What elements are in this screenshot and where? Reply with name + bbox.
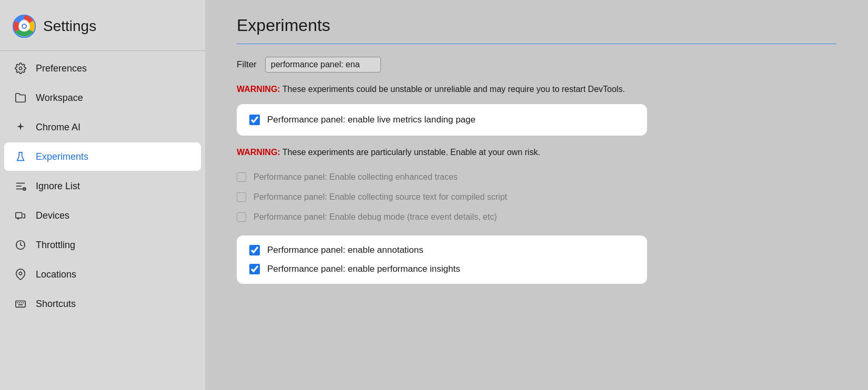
experiment-row-perf-insights: Performance panel: enable performance in… <box>249 264 634 274</box>
throttle-icon <box>14 238 27 252</box>
location-icon <box>14 268 27 281</box>
sidebar-item-workspace-label: Workspace <box>36 93 83 104</box>
keyboard-icon <box>14 297 27 311</box>
unstable-item-source-text: Performance panel: Enable collecting sou… <box>237 187 836 207</box>
perf-insights-checkbox[interactable] <box>249 264 260 274</box>
sidebar-header: Settings <box>0 0 205 50</box>
sidebar-item-ignore-list-label: Ignore List <box>36 181 80 192</box>
sidebar-item-experiments-label: Experiments <box>36 151 88 162</box>
enhanced-traces-label: Performance panel: Enable collecting enh… <box>254 172 458 182</box>
source-text-checkbox[interactable] <box>237 192 246 202</box>
svg-point-5 <box>23 25 26 28</box>
sidebar-item-locations-label: Locations <box>36 269 76 280</box>
svg-point-19 <box>19 272 22 275</box>
sidebar-divider <box>0 50 205 51</box>
warning-text-1-body: These experiments could be unstable or u… <box>280 85 625 94</box>
folder-icon <box>14 91 27 105</box>
unstable-item-debug-mode: Performance panel: Enable debug mode (tr… <box>237 207 836 227</box>
devices-icon <box>14 209 27 222</box>
debug-mode-checkbox[interactable] <box>237 212 246 222</box>
stable-experiment-card: Performance panel: enable live metrics l… <box>237 104 647 136</box>
warning-label-1: WARNING: <box>237 85 280 94</box>
sidebar-item-shortcuts-label: Shortcuts <box>36 299 76 310</box>
sidebar-item-shortcuts[interactable]: Shortcuts <box>4 290 201 318</box>
flask-icon <box>14 150 27 163</box>
sidebar-item-ignore-list[interactable]: Ignore List <box>4 172 201 200</box>
unstable-experiment-card: Performance panel: enable annotations Pe… <box>237 235 647 284</box>
unstable-section: Performance panel: Enable collecting enh… <box>237 167 836 227</box>
sidebar-item-preferences-label: Preferences <box>36 63 87 74</box>
sidebar-item-devices[interactable]: Devices <box>4 201 201 230</box>
sidebar-title: Settings <box>43 18 96 35</box>
ignore-icon <box>14 179 27 193</box>
svg-rect-20 <box>16 301 25 307</box>
chrome-logo-icon <box>13 15 36 38</box>
annotations-checkbox[interactable] <box>249 245 260 255</box>
sidebar-item-devices-label: Devices <box>36 210 69 221</box>
warning-text-2: WARNING: These experiments are particula… <box>237 146 836 159</box>
sidebar-item-chrome-ai-label: Chrome AI <box>36 122 80 133</box>
sidebar-item-locations[interactable]: Locations <box>4 260 201 289</box>
experiment-row-live-metrics: Performance panel: enable live metrics l… <box>249 115 634 125</box>
sidebar-item-workspace[interactable]: Workspace <box>4 84 201 112</box>
sidebar: Settings Preferences Workspace <box>0 0 205 390</box>
filter-label: Filter <box>237 59 257 70</box>
perf-insights-label: Performance panel: enable performance in… <box>267 264 460 274</box>
debug-mode-label: Performance panel: Enable debug mode (tr… <box>254 212 497 222</box>
enhanced-traces-checkbox[interactable] <box>237 172 246 182</box>
warning-text-2-body: These experiments are particularly unsta… <box>280 148 540 157</box>
filter-input[interactable] <box>265 57 381 73</box>
filter-row: Filter <box>237 57 836 73</box>
main-content: Experiments Filter WARNING: These experi… <box>205 0 868 390</box>
sparkle-icon <box>14 120 27 134</box>
page-title: Experiments <box>237 16 836 35</box>
source-text-label: Performance panel: Enable collecting sou… <box>254 192 507 202</box>
live-metrics-label: Performance panel: enable live metrics l… <box>267 115 476 125</box>
main-divider <box>237 44 836 44</box>
warning-label-2: WARNING: <box>237 148 280 157</box>
live-metrics-checkbox[interactable] <box>249 115 260 125</box>
sidebar-item-chrome-ai[interactable]: Chrome AI <box>4 113 201 141</box>
sidebar-item-preferences[interactable]: Preferences <box>4 54 201 83</box>
sidebar-nav: Preferences Workspace Chrome AI <box>0 54 205 318</box>
gear-icon <box>14 61 27 75</box>
annotations-label: Performance panel: enable annotations <box>267 245 423 255</box>
warning-text-1: WARNING: These experiments could be unst… <box>237 83 836 96</box>
svg-point-6 <box>19 67 22 70</box>
experiment-row-annotations: Performance panel: enable annotations <box>249 245 634 255</box>
svg-line-12 <box>24 188 25 190</box>
sidebar-item-throttling[interactable]: Throttling <box>4 231 201 259</box>
sidebar-item-throttling-label: Throttling <box>36 240 75 251</box>
unstable-item-enhanced-traces: Performance panel: Enable collecting enh… <box>237 167 836 187</box>
sidebar-item-experiments[interactable]: Experiments <box>4 142 201 171</box>
svg-rect-13 <box>16 213 22 218</box>
